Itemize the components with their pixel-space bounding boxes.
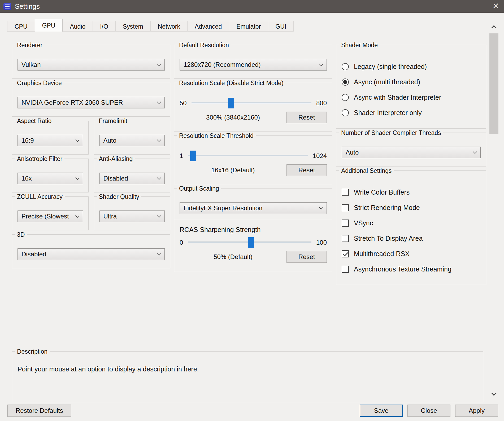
default-resolution-select[interactable]: 1280x720 (Recommended) — [180, 59, 327, 71]
output-scaling-select[interactable]: FidelityFX Super Resolution — [180, 202, 327, 214]
checkbox-vsync[interactable]: VSync — [342, 215, 481, 231]
radio-label: Async (multi threaded) — [354, 78, 420, 86]
shader-compiler-threads-select[interactable]: Auto — [342, 147, 481, 158]
close-button[interactable]: Close — [407, 405, 450, 417]
gpu-settings-panel: Renderer Vulkan Graphics Device NVIDIA G… — [12, 45, 504, 289]
resolution-scale-group-title: Resolution Scale (Disable Strict Mode) — [177, 79, 286, 87]
radio-icon[interactable] — [342, 94, 349, 101]
checkbox-strict-rendering-mode[interactable]: Strict Rendering Mode — [342, 200, 481, 215]
left-column: Renderer Vulkan Graphics Device NVIDIA G… — [12, 45, 170, 272]
radio-async-multi-threaded[interactable]: Async (multi threaded) — [342, 74, 481, 90]
checkbox-icon[interactable] — [342, 235, 349, 242]
threshold-max: 1024 — [313, 152, 327, 160]
framelimit-select[interactable]: Auto — [99, 135, 165, 146]
shader-compiler-threads-group: Number of Shader Compiler Threads Auto — [336, 133, 486, 166]
radio-shader-interpreter-only[interactable]: Shader Interpreter only — [342, 105, 481, 120]
threshold-slider-handle[interactable] — [190, 151, 196, 161]
anisotropic-filter-group: Anisotropic Filter 16x — [12, 159, 89, 192]
3d-select[interactable]: Disabled — [18, 248, 165, 260]
zcull-accuracy-select[interactable]: Precise (Slowest — [18, 210, 83, 222]
resolution-scale-value: 300% (3840x2160) — [180, 114, 286, 121]
description-text: Point your mouse at an option to display… — [18, 365, 478, 373]
default-resolution-group: Default Resolution 1280x720 (Recommended… — [174, 45, 332, 79]
close-icon[interactable]: × — [488, 0, 504, 13]
tab-io[interactable]: I/O — [93, 21, 116, 32]
3d-value: Disabled — [21, 251, 46, 258]
radio-label: Async with Shader Interpreter — [354, 94, 441, 101]
checkbox-icon[interactable] — [342, 266, 349, 273]
shader-quality-select[interactable]: Ultra — [99, 210, 165, 222]
checkbox-stretch-to-display-area[interactable]: Stretch To Display Area — [342, 231, 481, 246]
resolution-scale-reset-button[interactable]: Reset — [286, 112, 327, 123]
chevron-down-icon — [319, 62, 323, 66]
checkbox-label: Write Color Buffers — [354, 188, 410, 196]
radio-label: Legacy (single threaded) — [354, 63, 427, 71]
tab-network[interactable]: Network — [150, 21, 188, 32]
anisotropic-filter-select[interactable]: 16x — [18, 173, 83, 184]
framelimit-group-title: Framelimit — [97, 117, 129, 125]
radio-icon[interactable] — [342, 109, 349, 116]
rcas-max: 100 — [316, 239, 327, 246]
footer-bar: Restore Defaults Save Close Apply — [7, 405, 498, 417]
tab-advanced[interactable]: Advanced — [187, 21, 229, 32]
additional-settings-group: Additional Settings Write Color Buffers … — [336, 170, 486, 285]
anisotropic-filter-group-title: Anisotropic Filter — [15, 155, 64, 163]
chevron-down-icon — [75, 214, 79, 218]
renderer-select[interactable]: Vulkan — [18, 59, 165, 71]
scrollbar-thumb[interactable] — [489, 33, 498, 134]
radio-selected-icon[interactable] — [342, 78, 349, 86]
aspect-ratio-select[interactable]: 16:9 — [18, 135, 83, 146]
shader-compiler-threads-value: Auto — [346, 149, 359, 156]
threshold-reset-button[interactable]: Reset — [286, 164, 327, 176]
renderer-value: Vulkan — [21, 61, 41, 68]
divider — [174, 220, 332, 220]
renderer-group-title: Renderer — [15, 41, 45, 49]
checkbox-icon[interactable] — [342, 189, 349, 196]
checkbox-icon[interactable] — [342, 220, 349, 227]
checkbox-icon[interactable] — [342, 204, 349, 211]
renderer-group: Renderer Vulkan — [12, 45, 170, 79]
scroll-down-icon[interactable] — [489, 389, 499, 399]
chevron-down-icon — [157, 176, 161, 180]
tab-audio[interactable]: Audio — [62, 21, 93, 32]
tab-gui[interactable]: GUI — [268, 21, 294, 32]
threshold-slider[interactable] — [188, 150, 308, 162]
apply-button[interactable]: Apply — [455, 405, 498, 417]
anisotropic-filter-value: 16x — [21, 175, 32, 182]
checkbox-multithreaded-rsx[interactable]: Multithreaded RSX — [342, 246, 481, 261]
chevron-down-icon — [75, 176, 79, 180]
tab-cpu[interactable]: CPU — [7, 21, 35, 32]
additional-settings-group-title: Additional Settings — [339, 167, 394, 175]
tab-system[interactable]: System — [115, 21, 151, 32]
tab-gpu[interactable]: GPU — [35, 19, 63, 32]
rcas-slider[interactable] — [188, 236, 311, 249]
graphics-device-value: NVIDIA GeForce RTX 2060 SUPER — [21, 99, 123, 106]
vertical-scrollbar[interactable] — [489, 22, 499, 399]
save-button[interactable]: Save — [360, 405, 403, 417]
checkbox-checked-icon[interactable] — [342, 250, 349, 257]
zcull-accuracy-group-title: ZCULL Accuracy — [15, 193, 65, 201]
checkbox-label: Stretch To Display Area — [354, 235, 423, 242]
radio-legacy-single-threaded[interactable]: Legacy (single threaded) — [342, 59, 481, 74]
checkbox-write-color-buffers[interactable]: Write Color Buffers — [342, 185, 481, 200]
description-group-title: Description — [15, 348, 50, 356]
radio-icon[interactable] — [342, 63, 349, 70]
scroll-up-icon[interactable] — [489, 22, 499, 32]
resolution-scale-threshold-group-title: Resolution Scale Threshold — [177, 132, 256, 140]
anti-aliasing-value: Disabled — [103, 175, 128, 182]
checkbox-label: Asynchronous Texture Streaming — [354, 265, 451, 273]
slider-groove — [188, 155, 308, 156]
checkbox-asynchronous-texture-streaming[interactable]: Asynchronous Texture Streaming — [342, 261, 481, 277]
restore-defaults-button[interactable]: Restore Defaults — [7, 405, 71, 417]
resolution-scale-slider-handle[interactable] — [228, 98, 234, 108]
chevron-down-icon — [157, 252, 161, 256]
resolution-scale-min: 50 — [180, 99, 187, 107]
anti-aliasing-select[interactable]: Disabled — [99, 173, 165, 184]
graphics-device-select[interactable]: NVIDIA GeForce RTX 2060 SUPER — [18, 97, 165, 108]
resolution-scale-slider[interactable] — [192, 97, 311, 109]
tab-emulator[interactable]: Emulator — [229, 21, 268, 32]
rcas-reset-button[interactable]: Reset — [286, 251, 327, 263]
radio-async-with-shader-interpreter[interactable]: Async with Shader Interpreter — [342, 90, 481, 105]
rcas-slider-handle[interactable] — [248, 237, 254, 248]
rcas-sharpening-label: RCAS Sharpening Strength — [180, 226, 327, 234]
